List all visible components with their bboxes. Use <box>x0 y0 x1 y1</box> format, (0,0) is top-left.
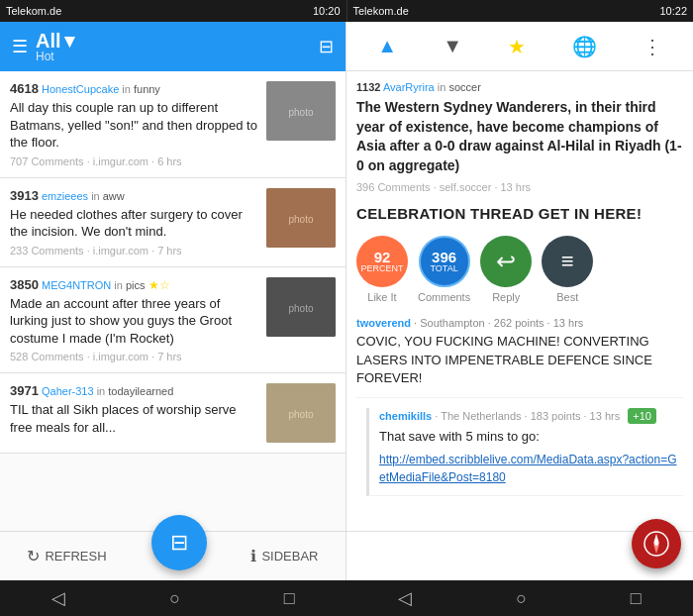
karma-badge: +10 <box>628 408 656 424</box>
left-panel: ☰ All ▾ Hot ⊟ 4618 Hones <box>0 22 346 580</box>
comment-meta: chemikills · The Netherlands · 183 point… <box>379 408 683 424</box>
left-bottom-bar: ↻ REFRESH ⊟ ℹ SIDEBAR <box>0 531 346 580</box>
star-button[interactable]: ★ <box>500 27 534 66</box>
action-buttons: 92 PERCENT Like It 396 TOTAL Comments <box>356 236 683 303</box>
right-time: 10:22 <box>659 5 687 17</box>
posts-list: 4618 HonestCupcake in funny All day this… <box>0 71 346 531</box>
comments-button[interactable]: 396 TOTAL Comments <box>418 236 470 303</box>
svg-text:photo: photo <box>288 107 313 118</box>
right-content: 1132 AvarRyrira in soccer The Western Sy… <box>346 71 693 531</box>
refresh-label: REFRESH <box>45 549 106 564</box>
post-detail-meta: 1132 AvarRyrira in soccer <box>356 81 683 93</box>
compass-fab[interactable] <box>632 519 681 568</box>
downvote-button[interactable]: ▼ <box>435 27 470 65</box>
post-item[interactable]: 3850 MEG4NTRON in pics ★☆ Made an accoun… <box>0 267 346 374</box>
refresh-button[interactable]: ↻ REFRESH <box>17 547 116 565</box>
post-detail-footer: 396 Comments · self.soccer · 13 hrs <box>356 181 683 193</box>
post-item[interactable]: 3913 emzieees in aww He needed clothes a… <box>0 178 346 267</box>
sidebar-button[interactable]: ℹ SIDEBAR <box>241 547 328 565</box>
star-icon: ★☆ <box>148 278 170 292</box>
right-header: ▲ ▼ ★ 🌐 ⋮ <box>346 22 693 71</box>
post-footer: 528 Comments · i.imgur.com · 7 hrs <box>10 351 258 362</box>
android-nav-bar: ◁ ○ □ ◁ ○ □ <box>0 580 693 616</box>
post-item[interactable]: 4618 HonestCupcake in funny All day this… <box>0 71 346 178</box>
comment-item-indented: chemikills · The Netherlands · 183 point… <box>366 408 683 496</box>
comment-link[interactable]: http://embed.scribblelive.com/MediaData.… <box>379 453 677 484</box>
comment-meta: twoverend · Southampton · 262 points · 1… <box>356 317 683 329</box>
best-button[interactable]: ≡ Best <box>542 236 593 303</box>
comment-item: twoverend · Southampton · 262 points · 1… <box>356 317 683 398</box>
left-carrier: Telekom.de <box>6 5 61 17</box>
fab-icon: ⊟ <box>170 530 188 556</box>
comment-text: COVIC, YOU FUCKING MACHINE! CONVERTING L… <box>356 333 683 387</box>
recent-apps-button-right[interactable]: □ <box>615 582 657 615</box>
celebration-text: CELEBRATION THREAD GET IN HERE! <box>356 205 683 222</box>
post-score: 3913 <box>10 188 39 203</box>
left-time: 10:20 <box>313 5 341 17</box>
post-title: He needed clothes after surgery to cover… <box>10 206 258 241</box>
post-thumbnail: photo <box>266 188 336 248</box>
post-thumbnail: photo <box>266 383 336 443</box>
post-score: 4618 <box>10 81 39 96</box>
like-it-button[interactable]: 92 PERCENT Like It <box>356 236 408 303</box>
home-button-right[interactable]: ○ <box>500 582 543 615</box>
svg-text:photo: photo <box>288 214 313 225</box>
post-item[interactable]: 3971 Qaher-313 in todayilearned TIL that… <box>0 373 346 454</box>
right-bottom-bar <box>346 531 693 580</box>
recent-apps-button[interactable]: □ <box>268 582 311 615</box>
all-label: All <box>36 31 61 51</box>
post-detail-title: The Western Sydney Wanderers, in their t… <box>356 98 683 175</box>
post-score: 3971 <box>10 383 39 398</box>
svg-text:photo: photo <box>288 409 313 420</box>
all-hot-selector[interactable]: All ▾ Hot <box>36 31 74 62</box>
back-button-right[interactable]: ◁ <box>382 581 428 615</box>
post-title: All day this couple ran up to different … <box>10 99 258 152</box>
refresh-icon: ↻ <box>27 547 40 565</box>
reply-button[interactable]: ↩ Reply <box>480 236 532 303</box>
post-footer: 233 Comments · i.imgur.com · 7 hrs <box>10 245 258 257</box>
more-button[interactable]: ⋮ <box>635 27 670 66</box>
home-button[interactable]: ○ <box>153 582 196 615</box>
hot-label: Hot <box>36 51 54 62</box>
post-score: 3850 <box>10 277 39 292</box>
right-panel: ▲ ▼ ★ 🌐 ⋮ 1132 AvarRyrira in soccer The … <box>346 22 693 580</box>
fab-button[interactable]: ⊟ <box>151 515 207 570</box>
globe-button[interactable]: 🌐 <box>564 27 605 66</box>
upvote-button[interactable]: ▲ <box>369 27 405 65</box>
info-icon: ℹ <box>250 547 256 565</box>
right-carrier: Telekom.de <box>353 5 409 17</box>
left-header: ☰ All ▾ Hot ⊟ <box>0 22 346 71</box>
comment-text: That save with 5 mins to go: <box>379 428 683 446</box>
sidebar-label: SIDEBAR <box>261 549 318 564</box>
filter-icon[interactable]: ⊟ <box>319 36 334 57</box>
post-footer: 707 Comments · i.imgur.com · 6 hrs <box>10 155 258 167</box>
post-title: Made an account after three years of lur… <box>10 295 258 348</box>
post-thumbnail: photo <box>266 277 336 337</box>
best-icon: ≡ <box>561 249 574 274</box>
dropdown-icon: ▾ <box>64 31 74 51</box>
back-button[interactable]: ◁ <box>36 581 81 615</box>
svg-text:photo: photo <box>288 303 313 314</box>
reply-icon: ↩ <box>496 248 516 275</box>
status-bar: Telekom.de 10:20 Telekom.de 10:22 <box>0 0 693 22</box>
post-title: TIL that all Sikh places of worship serv… <box>10 401 258 436</box>
svg-point-11 <box>654 542 658 546</box>
post-thumbnail: photo <box>266 81 336 141</box>
hamburger-icon[interactable]: ☰ <box>12 36 28 57</box>
